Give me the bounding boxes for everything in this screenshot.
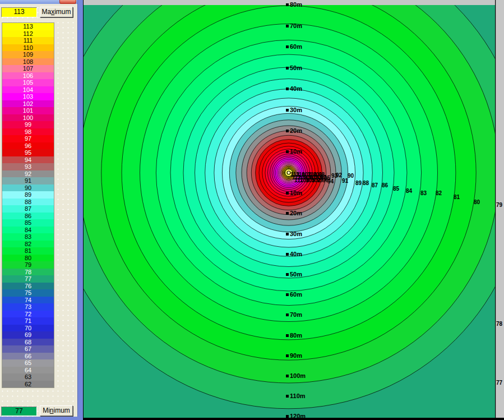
legend-titlebar[interactable] — [0, 0, 83, 4]
contour-label: 92 — [336, 172, 343, 178]
scale-row: 87 — [2, 205, 54, 213]
legend-panel: 113 Maximum 1131121111101091081071061051… — [0, 0, 83, 420]
minimum-button[interactable]: Minimum — [40, 405, 73, 416]
scale-row: 93 — [2, 163, 54, 170]
receiver-marker-icon — [286, 130, 289, 132]
contour-label: 80 — [474, 199, 480, 205]
scale-row: 91 — [2, 177, 54, 184]
receiver-marker-icon — [286, 395, 289, 398]
min-value-field[interactable]: 77 — [1, 407, 37, 416]
distance-label: 20m — [290, 210, 302, 216]
scale-row: 98 — [2, 128, 54, 136]
distance-label: 50m — [290, 271, 302, 278]
window-border — [77, 0, 83, 420]
receiver-marker-icon — [286, 192, 289, 195]
scale-row: 102 — [2, 100, 54, 108]
scale-row: 111 — [2, 37, 54, 44]
scale-row: 78 — [2, 269, 54, 276]
window-border-bottom — [0, 417, 83, 420]
scale-row: 113 — [2, 23, 54, 30]
distance-label: 60m — [290, 43, 302, 50]
scale-row: 68 — [2, 339, 54, 346]
scale-row: 97 — [2, 135, 54, 142]
scale-row: 101 — [2, 107, 54, 114]
maximum-button[interactable]: Maximum — [40, 7, 73, 17]
scale-row: 96 — [2, 142, 54, 150]
scale-row: 72 — [2, 311, 54, 318]
scale-row: 103 — [2, 93, 54, 100]
scale-row: 88 — [2, 199, 54, 206]
scale-row: 74 — [2, 297, 54, 304]
scale-row: 109 — [2, 51, 54, 58]
map-frame-line — [495, 0, 496, 418]
scale-row: 77 — [2, 275, 54, 283]
contour-map: 1131121111101091081071061051041031021011… — [84, 0, 504, 420]
scale-row: 71 — [2, 317, 54, 325]
contour-label: 84 — [406, 188, 413, 194]
scale-row: 85 — [2, 219, 54, 227]
distance-label: 80m — [290, 1, 302, 8]
app-window: 113 Maximum 1131121111101091081071061051… — [0, 0, 504, 420]
distance-label: 100m — [290, 372, 306, 379]
color-scale: 1131121111101091081071061051041031021011… — [2, 22, 54, 388]
receiver-marker-icon — [286, 87, 289, 90]
receiver-marker-icon — [286, 334, 289, 337]
contour-label: 83 — [420, 190, 427, 196]
scale-row: 62 — [2, 381, 54, 388]
contour-label: 87 — [372, 182, 378, 188]
scale-row: 108 — [2, 58, 54, 66]
scale-row: 92 — [2, 170, 54, 178]
distance-label: 30m — [290, 107, 302, 113]
scale-row: 107 — [2, 65, 54, 72]
scale-row: 64 — [2, 367, 54, 374]
scale-row: 73 — [2, 303, 54, 311]
scale-row: 94 — [2, 156, 54, 164]
scale-row: 89 — [2, 191, 54, 199]
max-value-field[interactable]: 113 — [1, 7, 37, 17]
receiver-marker-icon — [286, 273, 289, 276]
scale-row: 82 — [2, 241, 54, 248]
scale-row: 106 — [2, 72, 54, 80]
close-icon[interactable] — [59, 0, 76, 4]
contour-label: 86 — [382, 182, 389, 188]
contour-label: 88 — [363, 180, 369, 186]
scale-row: 112 — [2, 30, 54, 38]
scale-row: 86 — [2, 213, 54, 220]
map-bottom-edge — [84, 418, 504, 420]
receiver-marker-icon — [286, 293, 289, 296]
contour-label: 89 — [355, 180, 362, 186]
distance-label: 90m — [290, 352, 302, 359]
scale-row: 105 — [2, 79, 54, 86]
contour-label: 82 — [436, 190, 442, 196]
distance-label: 30m — [290, 230, 302, 237]
scale-row: 81 — [2, 247, 54, 255]
receiver-marker-icon — [286, 212, 289, 215]
receiver-marker-icon — [286, 375, 289, 377]
noise-contour-map: 1131121111101091081071061051041031021011… — [84, 0, 504, 420]
distance-label: 70m — [290, 311, 302, 318]
distance-label: 10m — [290, 190, 302, 196]
distance-label: 40m — [290, 251, 302, 257]
scale-row: 83 — [2, 233, 54, 241]
distance-label: 110m — [290, 393, 306, 399]
scale-row: 99 — [2, 121, 54, 128]
scale-row: 69 — [2, 331, 54, 339]
receiver-marker-icon — [286, 233, 289, 236]
margin-contour-label: 78 — [496, 321, 503, 327]
receiver-marker-icon — [286, 253, 289, 256]
distance-label: 80m — [290, 332, 302, 339]
map-right-margin — [496, 0, 504, 420]
distance-label: 60m — [290, 291, 302, 298]
scale-row: 76 — [2, 283, 54, 290]
receiver-marker-icon — [286, 3, 289, 6]
distance-label: 70m — [290, 22, 302, 29]
receiver-marker-icon — [286, 67, 289, 70]
margin-contour-label: 77 — [496, 380, 503, 386]
receiver-marker-icon — [286, 45, 289, 48]
margin-contour-label: 79 — [496, 202, 503, 208]
distance-label: 50m — [290, 64, 302, 71]
scale-row: 104 — [2, 86, 54, 94]
contour-label: 90 — [348, 173, 354, 179]
distance-label: 40m — [290, 85, 302, 92]
receiver-marker-icon — [286, 109, 289, 112]
